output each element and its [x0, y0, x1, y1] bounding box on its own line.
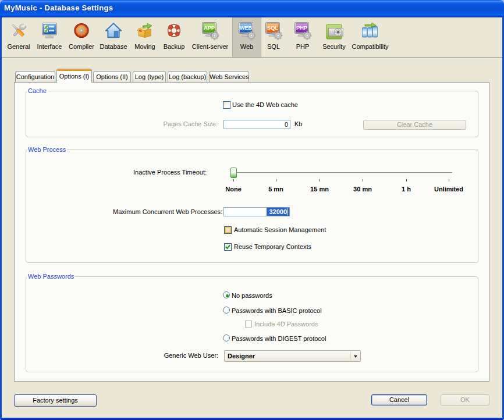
svg-text:APP: APP	[204, 25, 215, 31]
svg-text:PHP: PHP	[296, 25, 307, 31]
